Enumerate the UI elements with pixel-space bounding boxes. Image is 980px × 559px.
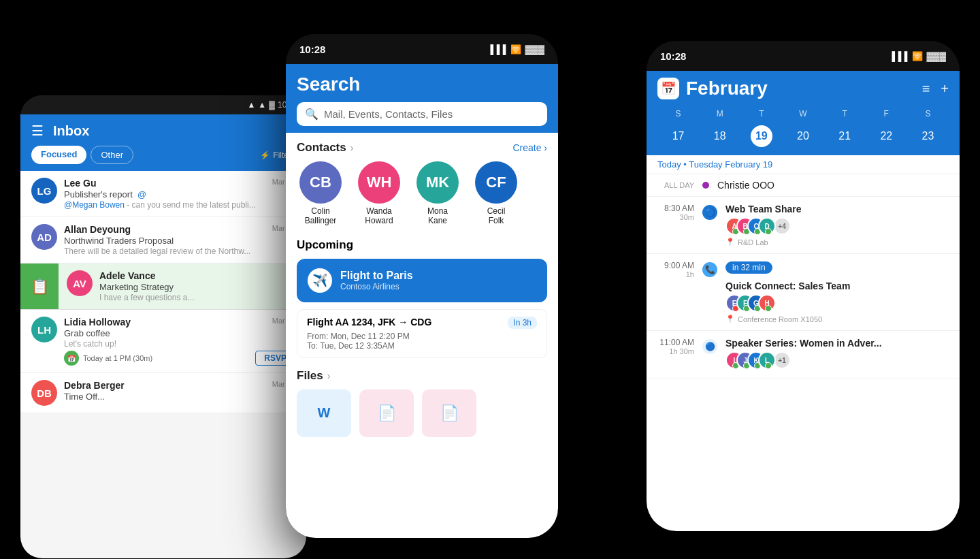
calendar-event[interactable]: 8:30 AM 30m 🔵 Web Team Share A B (647, 197, 960, 254)
email-subject: Grab coffee (64, 328, 295, 338)
email-sender: Debra Berger (64, 380, 125, 391)
calendar-icon: 📅 (64, 351, 79, 366)
upcoming-section: Upcoming ✈️ Flight to Paris Contoso Airl… (286, 233, 558, 364)
avatar: LG (31, 178, 57, 204)
email-preview: I have a few questions a... (99, 293, 298, 302)
allday-event[interactable]: ALL DAY Christie OOO (647, 174, 960, 197)
avatar: LH (31, 317, 57, 342)
email-preview: There will be a detailed legal review of… (64, 246, 295, 256)
email-content: Debra Berger Mar 23 Time Off... (64, 380, 295, 406)
inbox-header: ☰ Inbox (20, 114, 306, 146)
email-subject: Publisher's report @ (64, 189, 295, 199)
flight-info: Flight to Paris Contoso Airlines (340, 270, 413, 291)
cal-weekdays: S M T W T F S (657, 105, 949, 123)
event-title: Quick Connect: Sales Team (725, 281, 949, 291)
list-view-icon[interactable]: ≡ (922, 81, 930, 97)
tab-focused[interactable]: Focused (31, 146, 86, 164)
event-content: Speaker Series: Women in Adver... I J (725, 338, 949, 372)
file-card[interactable]: W (297, 389, 351, 437)
email-item[interactable]: LG Lee Gu Mar 23 Publisher's report @ @M… (20, 171, 306, 217)
email-preview: Let's catch up! (64, 339, 295, 349)
cal-date-today[interactable]: 19 (751, 125, 772, 147)
event-time: 11:00 AM (657, 338, 694, 347)
search-bar[interactable]: 🔍 Mail, Events, Contacts, Files (297, 102, 547, 126)
flight-detail-title: Flight AA 1234, JFK → CDG (307, 317, 431, 329)
cal-date[interactable]: 17 (657, 125, 699, 147)
email-sender: Adele Vance (99, 270, 156, 281)
event-location: 📍 R&D Lab (725, 238, 949, 246)
contact-item[interactable]: CF CecilFolk (472, 161, 520, 226)
event-title: Speaker Series: Women in Adver... (725, 338, 949, 349)
wifi-icon: 🛜 (912, 51, 923, 61)
weekday: W (782, 108, 823, 120)
hamburger-icon[interactable]: ☰ (31, 123, 44, 139)
event-time: 9:00 AM (657, 261, 694, 270)
attendees-row: E F G H (725, 294, 949, 312)
event-duration: 1h 30m (657, 347, 694, 355)
file-card[interactable]: 📄 (422, 389, 476, 437)
event-icon: 📞 (702, 262, 717, 277)
iphone-status-bar: 10:28 ▐▐▐ 🛜 ▓▓▓ (286, 34, 558, 64)
search-header: Search 🔍 Mail, Events, Contacts, Files (286, 64, 558, 133)
file-card[interactable]: 📄 (359, 389, 414, 437)
cal-date[interactable]: 21 (824, 125, 866, 147)
create-button[interactable]: Create › (512, 142, 547, 153)
email-right: AV Adele Vance Marketing Strategy I have… (59, 263, 306, 309)
attendees-row: A B C D (725, 217, 949, 235)
contact-name: ColinBallinger (305, 206, 337, 226)
inbox-tabs: Focused Other ⚡ Filters (20, 146, 306, 171)
calendar-event[interactable]: 11:00 AM 1h 30m 🔵 Speaker Series: Women … (647, 331, 960, 379)
event-duration: 1h (657, 270, 694, 278)
email-preview: @Megan Bowen - can you send me the lates… (64, 200, 295, 210)
tab-other[interactable]: Other (91, 146, 133, 164)
files-row: W 📄 📄 (297, 389, 547, 437)
status-time: 10:28 (299, 44, 325, 55)
avatar: MK (416, 161, 459, 204)
wifi-icon: 🛜 (510, 44, 521, 54)
event-title: Web Team Share (725, 204, 949, 214)
contact-item[interactable]: MK MonaKane (414, 161, 461, 226)
cal-title-row: 📅 February (657, 78, 768, 99)
contacts-row: CB ColinBallinger WH WandaHoward MK Mona… (297, 161, 547, 229)
event-time: 8:30 AM (657, 204, 694, 213)
status-dot (765, 305, 772, 312)
status-icons: ▐▐▐ 🛜 ▓▓▓ (889, 51, 946, 61)
cal-month: February (686, 78, 768, 99)
weekday: T (740, 108, 782, 120)
calendar-event[interactable]: 9:00 AM 1h 📞 in 32 min Quick Connect: Sa… (647, 254, 960, 331)
scene: ▲ ▲ ▓ 10:28 ☰ Inbox Focused Other ⚡ Fil (0, 0, 980, 559)
event-content: Web Team Share A B C (725, 204, 949, 246)
wifi-icon: ▲ (247, 100, 255, 110)
email-content: Lidia Holloway Mar 23 Grab coffee Let's … (64, 317, 295, 366)
battery-icon: ▓ (269, 100, 275, 110)
cal-date[interactable]: 22 (866, 125, 907, 147)
filter-icon: ⚡ (260, 150, 270, 160)
calendar-header: 📅 February ≡ + S M T W T F S (647, 71, 960, 155)
status-icons: ▐▐▐ 🛜 ▓▓▓ (487, 44, 544, 54)
add-event-button[interactable]: + (941, 81, 949, 97)
flight-card[interactable]: ✈️ Flight to Paris Contoso Airlines (297, 259, 547, 302)
event-title: Christie OOO (717, 180, 774, 191)
flight-detail[interactable]: Flight AA 1234, JFK → CDG In 3h From: Mo… (297, 309, 547, 358)
cal-actions: ≡ + (922, 81, 949, 97)
email-item[interactable]: AD Allan Deyoung Mar 23 Northwind Trader… (20, 217, 306, 263)
contact-item[interactable]: CB ColinBallinger (297, 161, 344, 226)
email-item[interactable]: LH Lidia Holloway Mar 23 Grab coffee Let… (20, 310, 306, 373)
flight-time-badge: In 3h (508, 317, 537, 329)
cal-date[interactable]: 20 (782, 125, 823, 147)
contact-item[interactable]: WH WandaHoward (355, 161, 403, 226)
search-icon: 🔍 (305, 108, 318, 121)
signal-icon: ▲ (258, 100, 266, 110)
flight-from: From: Mon, Dec 11 2:20 PM (307, 332, 537, 341)
attendees-row: I J K L (725, 351, 949, 369)
status-dot (765, 362, 772, 369)
location-icon: 📍 (725, 315, 735, 323)
email-item[interactable]: DB Debra Berger Mar 23 Time Off... (20, 373, 306, 413)
section-header: Contacts › Create › (297, 141, 547, 155)
cal-date[interactable]: 23 (907, 125, 949, 147)
email-item-highlighted[interactable]: 📋 AV Adele Vance Marketing Strategy I ha… (20, 263, 306, 310)
weekday: S (657, 108, 699, 120)
battery-icon: ▓▓▓ (927, 51, 946, 61)
cal-date[interactable]: 18 (699, 125, 740, 147)
contact-name: MonaKane (427, 206, 448, 226)
